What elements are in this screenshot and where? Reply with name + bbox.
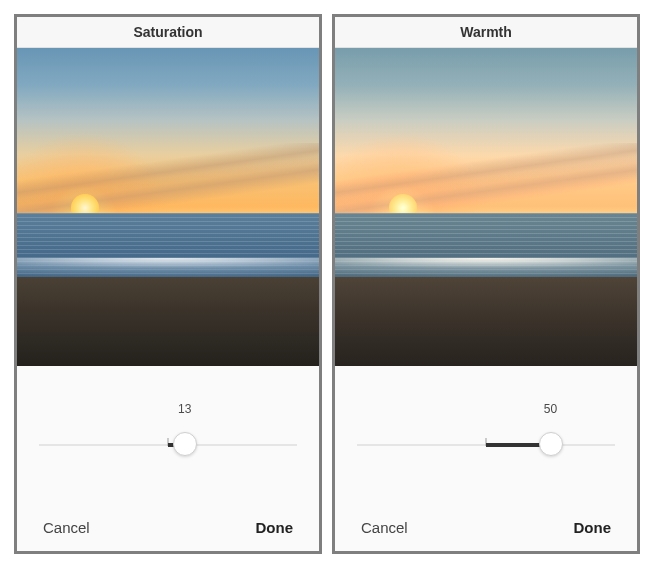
editor-panel-saturation: Saturation 13 Cancel Done <box>14 14 322 554</box>
cancel-button[interactable]: Cancel <box>43 519 90 536</box>
slider-value-label: 13 <box>178 402 191 416</box>
panel-title: Saturation <box>17 17 319 48</box>
controls-area: 50 Cancel Done <box>335 366 637 551</box>
controls-area: 13 Cancel Done <box>17 366 319 551</box>
action-bar: Cancel Done <box>17 503 319 551</box>
panel-title: Warmth <box>335 17 637 48</box>
slider-thumb[interactable] <box>539 432 563 456</box>
editor-panel-warmth: Warmth 50 Cancel Done <box>332 14 640 554</box>
adjust-slider[interactable]: 50 <box>357 424 615 464</box>
slider-value-label: 50 <box>544 402 557 416</box>
done-button[interactable]: Done <box>574 519 612 536</box>
photo-preview <box>17 48 319 366</box>
done-button[interactable]: Done <box>256 519 294 536</box>
photo-preview <box>335 48 637 366</box>
adjust-slider[interactable]: 13 <box>39 424 297 464</box>
action-bar: Cancel Done <box>335 503 637 551</box>
cancel-button[interactable]: Cancel <box>361 519 408 536</box>
slider-thumb[interactable] <box>173 432 197 456</box>
